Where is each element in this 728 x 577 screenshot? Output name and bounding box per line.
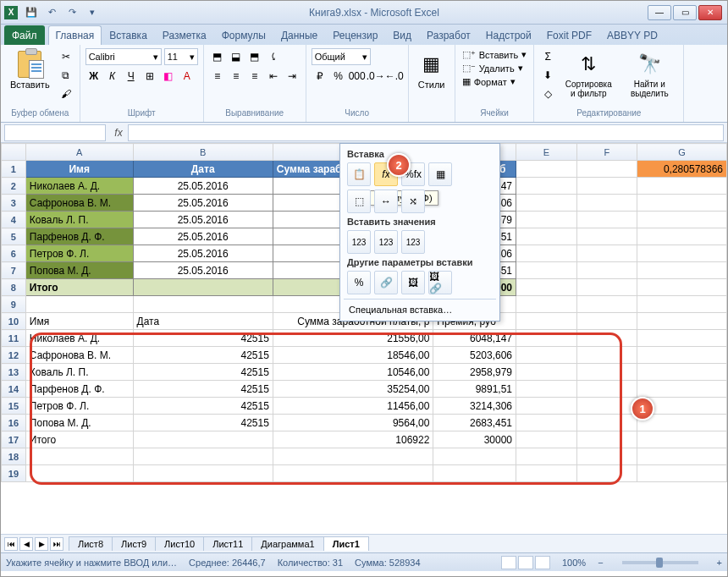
paste-picture-button[interactable]: 🖼 (401, 271, 425, 294)
clear-button[interactable]: ◇ (539, 85, 556, 102)
paste-values-srcfmt-button[interactable]: 123 (401, 230, 425, 254)
paste-linked-picture-button[interactable]: 🖼🔗 (428, 271, 452, 294)
paste-col-widths-button[interactable]: ↔ (374, 190, 398, 213)
tab-foxit[interactable]: Foxit PDF (539, 25, 599, 45)
row-header[interactable]: 4 (2, 212, 26, 228)
border-button[interactable]: ⊞ (141, 68, 158, 85)
styles-button[interactable]: ▦ Стили (414, 48, 449, 92)
row-header[interactable]: 2 (2, 178, 26, 195)
percent-button[interactable]: % (330, 68, 347, 85)
paste-values-numfmt-button[interactable]: 123 (374, 230, 398, 254)
row-header[interactable]: 14 (2, 381, 26, 398)
align-bottom-button[interactable]: ⬒ (246, 48, 263, 65)
row-header[interactable]: 11 (2, 330, 26, 347)
save-button[interactable]: 💾 (23, 4, 40, 21)
sheet-tab-list1[interactable]: Лист1 (323, 536, 369, 551)
tab-file[interactable]: Файл (4, 25, 45, 45)
orientation-button[interactable]: ⤹ (265, 48, 282, 65)
align-center-button[interactable]: ≡ (228, 68, 245, 85)
delete-cells-button[interactable]: ⬚⁻Удалить▾ (461, 62, 525, 74)
tab-home[interactable]: Главная (48, 25, 102, 45)
col-header-E[interactable]: E (516, 144, 577, 161)
row-header[interactable]: 12 (2, 347, 26, 364)
font-size-combo[interactable]: 11▾ (164, 48, 198, 65)
sheet-nav-first[interactable]: ⏮ (4, 537, 18, 551)
sheet-tab-list11[interactable]: Лист11 (203, 536, 252, 551)
name-box[interactable] (4, 124, 106, 141)
undo-button[interactable]: ↶ (43, 4, 60, 21)
col-header-A[interactable]: A (25, 144, 133, 161)
tab-insert[interactable]: Вставка (102, 25, 155, 45)
col-header-G[interactable]: G (637, 144, 727, 161)
cut-button[interactable]: ✂ (58, 48, 74, 65)
col-header-F[interactable]: F (576, 144, 637, 161)
align-left-button[interactable]: ≡ (209, 68, 226, 85)
paste-values-button[interactable]: 123 (347, 230, 371, 254)
sheet-tab-list10[interactable]: Лист10 (155, 536, 204, 551)
tab-view[interactable]: Вид (385, 25, 419, 45)
paste-button[interactable]: Вставить (6, 48, 54, 92)
sheet-tab-list8[interactable]: Лист8 (69, 536, 113, 551)
paste-link-button[interactable]: 🔗 (374, 271, 398, 294)
zoom-slider[interactable] (622, 561, 698, 564)
italic-button[interactable]: К (104, 68, 121, 85)
row-header[interactable]: 1 (2, 161, 26, 178)
col-header-B[interactable]: B (133, 144, 273, 161)
tab-abbyy[interactable]: ABBYY PD (599, 25, 665, 45)
qat-dropdown[interactable]: ▾ (84, 4, 101, 21)
fx-button[interactable]: fx (109, 127, 128, 139)
copy-button[interactable]: ⧉ (58, 67, 74, 84)
row-header[interactable]: 5 (2, 228, 26, 245)
view-layout-button[interactable] (518, 556, 533, 569)
row-header[interactable]: 10 (2, 313, 26, 330)
row-header[interactable]: 17 (2, 431, 26, 448)
paste-keep-borders-button[interactable]: ▦ (428, 162, 452, 186)
row-header[interactable]: 16 (2, 415, 26, 431)
tab-developer[interactable]: Разработ (419, 25, 478, 45)
currency-button[interactable]: ₽ (312, 68, 328, 85)
sheet-nav-next[interactable]: ▶ (35, 537, 48, 551)
sheet-nav-last[interactable]: ⏭ (50, 537, 63, 551)
font-name-combo[interactable]: Calibri▾ (85, 48, 162, 65)
tab-review[interactable]: Рецензир (325, 25, 385, 45)
sheet-nav-prev[interactable]: ◀ (19, 537, 33, 551)
font-color-button[interactable]: A (179, 68, 196, 85)
zoom-out-button[interactable]: − (598, 558, 603, 568)
align-right-button[interactable]: ≡ (246, 68, 263, 85)
row-header[interactable]: 19 (2, 465, 26, 482)
dec-decimal-button[interactable]: ←.0 (386, 68, 403, 85)
maximize-button[interactable]: ▭ (673, 5, 697, 20)
tab-formulas[interactable]: Формулы (214, 25, 273, 45)
paste-special-button[interactable]: Специальная вставка… (344, 302, 496, 317)
inc-decimal-button[interactable]: .0→ (367, 68, 384, 85)
sheet-tab-diagram1[interactable]: Диаграмма1 (251, 536, 323, 551)
row-header[interactable]: 7 (2, 262, 26, 279)
comma-button[interactable]: 000 (349, 68, 366, 85)
fill-color-button[interactable]: ◧ (160, 68, 177, 85)
tab-addins[interactable]: Надстрой (478, 25, 539, 45)
row-header[interactable]: 6 (2, 245, 26, 262)
close-button[interactable]: ✕ (698, 5, 722, 20)
autosum-button[interactable]: Σ (539, 48, 556, 65)
formula-input[interactable] (128, 124, 724, 141)
sort-filter-button[interactable]: ⇅ Сортировка и фильтр (560, 48, 617, 101)
format-cells-button[interactable]: ▦Формат▾ (461, 75, 517, 88)
redo-button[interactable]: ↷ (63, 4, 80, 21)
zoom-in-button[interactable]: + (717, 558, 722, 568)
align-middle-button[interactable]: ⬓ (228, 48, 245, 65)
fill-button[interactable]: ⬇ (539, 67, 556, 84)
row-header[interactable]: 15 (2, 398, 26, 415)
align-top-button[interactable]: ⬒ (209, 48, 226, 65)
worksheet-grid[interactable]: ABCDEFG 1ИмяДатаСумма заработной платы, … (1, 143, 727, 534)
number-format-combo[interactable]: Общий▾ (312, 48, 371, 65)
row-header[interactable]: 8 (2, 279, 26, 296)
tab-data[interactable]: Данные (273, 25, 325, 45)
format-painter-button[interactable]: 🖌 (58, 85, 74, 102)
bold-button[interactable]: Ж (85, 68, 102, 85)
minimize-button[interactable]: — (648, 5, 671, 20)
paste-formatting-button[interactable]: % (347, 271, 371, 294)
tab-layout[interactable]: Разметка (155, 25, 214, 45)
view-break-button[interactable] (535, 556, 550, 569)
row-header[interactable]: 13 (2, 364, 26, 381)
paste-all-button[interactable]: 📋 (347, 162, 371, 186)
